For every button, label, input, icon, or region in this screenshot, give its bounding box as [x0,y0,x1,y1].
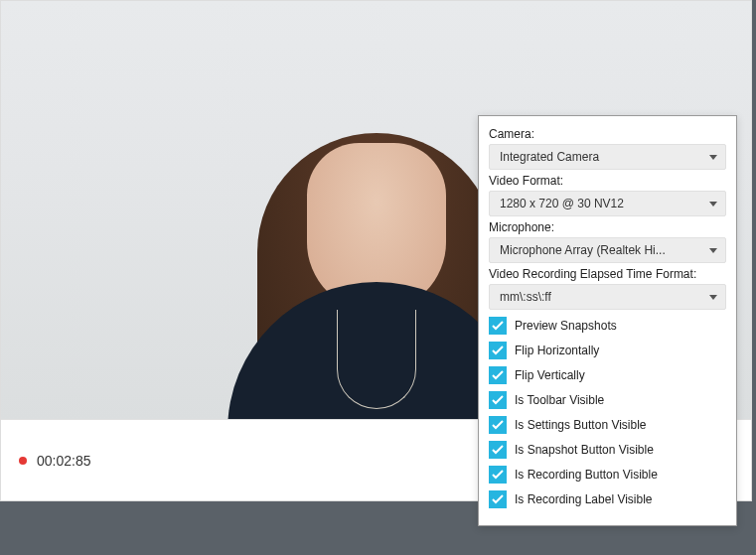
checkbox-label: Is Toolbar Visible [515,393,604,407]
checkbox-label: Flip Horizontally [515,344,599,357]
camera-select[interactable]: Integrated Camera [489,144,726,170]
time-format-label: Video Recording Elapsed Time Format: [489,267,726,281]
chevron-down-icon [709,202,717,207]
checkbox[interactable] [489,342,507,359]
time-format-select-value: mm\:ss\:ff [500,290,551,304]
checkbox[interactable] [489,391,507,409]
time-format-select[interactable]: mm\:ss\:ff [489,284,726,310]
check-icon [492,470,504,480]
checkbox[interactable] [489,441,507,459]
checkbox-option[interactable]: Is Snapshot Button Visible [489,441,726,459]
check-icon [492,370,504,380]
video-format-select[interactable]: 1280 x 720 @ 30 NV12 [489,191,726,216]
recording-indicator-icon [19,457,27,465]
check-icon [492,346,504,355]
check-icon [492,321,504,331]
camera-select-value: Integrated Camera [500,150,599,164]
microphone-select-value: Microphone Array (Realtek Hi... [500,243,666,257]
checkbox-label: Is Settings Button Visible [515,418,647,432]
check-icon [492,494,504,504]
checkbox[interactable] [489,317,507,335]
camera-label: Camera: [489,127,726,141]
checkbox-option[interactable]: Is Toolbar Visible [489,391,726,409]
checkbox-option[interactable]: Preview Snapshots [489,317,726,335]
checkbox-option[interactable]: Flip Horizontally [489,342,726,359]
checkbox[interactable] [489,466,507,484]
checkbox-label: Is Snapshot Button Visible [515,443,654,457]
microphone-label: Microphone: [489,220,726,234]
checkbox[interactable] [489,416,507,434]
checkbox[interactable] [489,490,507,508]
chevron-down-icon [709,295,717,300]
settings-panel: Camera: Integrated Camera Video Format: … [478,115,737,526]
checkbox-label: Preview Snapshots [515,319,617,333]
chevron-down-icon [709,248,717,253]
elapsed-time-label: 00:02:85 [37,453,91,469]
checkbox-option[interactable]: Is Recording Label Visible [489,490,726,508]
checkbox-option[interactable]: Is Recording Button Visible [489,466,726,484]
check-icon [492,420,504,430]
check-icon [492,445,504,455]
check-icon [492,395,504,405]
checkbox-label: Flip Vertically [515,368,585,382]
checkbox-label: Is Recording Label Visible [515,492,653,506]
checkbox-option[interactable]: Is Settings Button Visible [489,416,726,434]
checkbox[interactable] [489,366,507,384]
video-format-label: Video Format: [489,174,726,188]
chevron-down-icon [709,155,717,160]
microphone-select[interactable]: Microphone Array (Realtek Hi... [489,237,726,263]
video-format-select-value: 1280 x 720 @ 30 NV12 [500,197,624,210]
checkbox-label: Is Recording Button Visible [515,468,658,482]
checkbox-option[interactable]: Flip Vertically [489,366,726,384]
